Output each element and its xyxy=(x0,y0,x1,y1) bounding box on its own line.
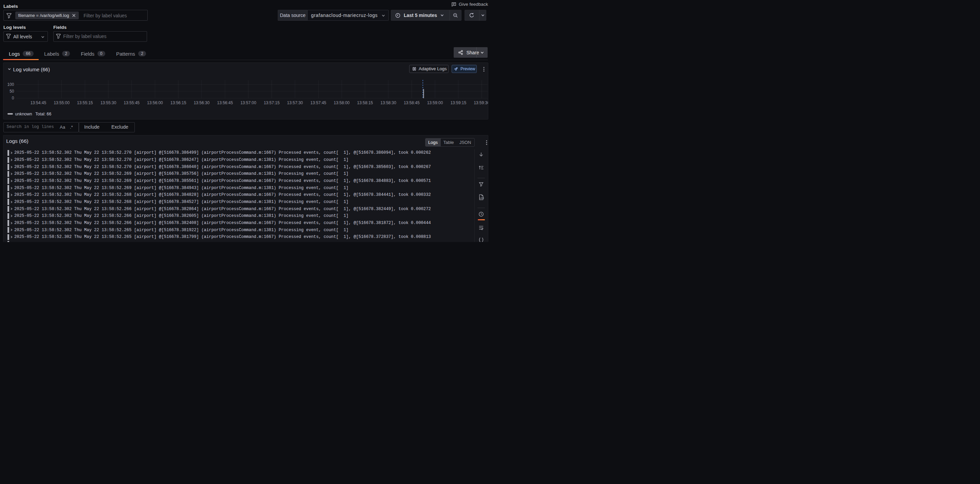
svg-text:13:56:30: 13:56:30 xyxy=(194,100,210,105)
svg-text:13:57:00: 13:57:00 xyxy=(240,100,256,105)
svg-text:unknown: unknown xyxy=(15,112,32,116)
svg-text:13:58:45: 13:58:45 xyxy=(404,100,420,105)
svg-text:13:59:30: 13:59:30 xyxy=(474,100,488,105)
svg-text:13:55:30: 13:55:30 xyxy=(100,100,116,105)
svg-text:13:59:00: 13:59:00 xyxy=(427,100,443,105)
svg-text:13:55:45: 13:55:45 xyxy=(124,100,140,105)
svg-text:50: 50 xyxy=(10,89,14,94)
svg-text:13:55:00: 13:55:00 xyxy=(54,100,70,105)
svg-text:13:58:00: 13:58:00 xyxy=(334,100,350,105)
svg-text:13:58:30: 13:58:30 xyxy=(380,100,396,105)
svg-text:Total: 66: Total: 66 xyxy=(35,112,51,116)
svg-text:100: 100 xyxy=(7,82,14,87)
svg-text:13:56:45: 13:56:45 xyxy=(217,100,233,105)
svg-text:13:57:15: 13:57:15 xyxy=(264,100,280,105)
svg-text:0: 0 xyxy=(12,96,14,100)
svg-text:13:59:15: 13:59:15 xyxy=(450,100,466,105)
svg-text:LOG: LOG xyxy=(479,197,484,199)
svg-text:13:54:45: 13:54:45 xyxy=(30,100,46,105)
svg-text:13:56:00: 13:56:00 xyxy=(147,100,163,105)
svg-text:13:55:15: 13:55:15 xyxy=(77,100,93,105)
svg-text:13:58:15: 13:58:15 xyxy=(357,100,373,105)
svg-text:13:57:30: 13:57:30 xyxy=(287,100,303,105)
svg-text:13:56:15: 13:56:15 xyxy=(170,100,186,105)
svg-text:13:57:45: 13:57:45 xyxy=(310,100,326,105)
